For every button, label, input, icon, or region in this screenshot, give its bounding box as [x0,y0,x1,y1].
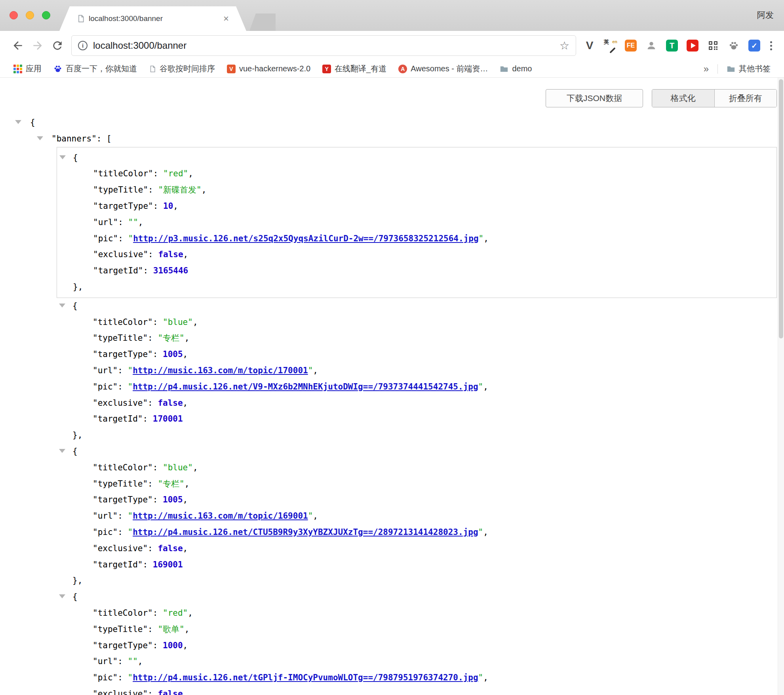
collapse-arrow-icon[interactable] [59,304,65,307]
bookmarks-overflow-chevron[interactable]: » [704,63,709,74]
download-json-button[interactable]: 下载JSON数据 [546,89,643,107]
json-url-link[interactable]: http://p4.music.126.net/tGPljf-IMOCyPvum… [133,673,478,682]
json-line: "banners": [ [0,131,784,147]
awesomes-icon: A [398,65,407,73]
forward-button[interactable] [28,36,48,55]
json-line: "targetType": 1005, [0,346,784,363]
bookmark-item-demo[interactable]: demo [500,64,532,73]
bookmark-label: 百度一下，你就知道 [66,63,137,74]
json-url-link[interactable]: http://p4.music.126.net/V9-MXz6b2MNhEKju… [133,382,478,391]
bookmark-item-youdao[interactable]: Y 在线翻译_有道 [322,63,386,74]
video-extension-icon[interactable] [687,40,698,52]
site-info-icon[interactable]: i [78,41,88,50]
browser-tab[interactable]: localhost:3000/banner × [59,6,246,31]
json-line: }, [0,573,784,589]
url-host: localhost:3000 [93,40,154,51]
json-line: "exclusive": false [0,686,784,695]
json-line: { [0,443,784,460]
paw-extension-icon[interactable] [727,39,740,52]
collapse-arrow-icon[interactable] [15,120,21,124]
bookmark-item-google-sort[interactable]: 谷歌按时间排序 [149,63,215,74]
minimize-window-button[interactable] [26,11,34,19]
collapse-arrow-icon[interactable] [59,594,65,598]
json-url-link[interactable]: http://p4.music.126.net/CTU5B9R9y3XyYBZX… [133,527,478,537]
zoom-window-button[interactable] [42,11,50,19]
qrcode-extension-icon[interactable] [707,39,719,52]
json-line: "titleColor": "red", [0,605,784,621]
bookmark-item-awesomes[interactable]: A Awesomes - 前端资… [398,63,488,74]
json-line: { [57,150,776,166]
json-line: "pic": "http://p4.music.126.net/CTU5B9R9… [0,524,784,540]
bookmark-item-apps[interactable]: 应用 [13,63,42,74]
json-url-link[interactable]: http://music.163.com/m/topic/169001 [133,511,308,521]
profile-name[interactable]: 阿发 [757,10,774,21]
json-line: "url": "", [57,214,776,231]
tab-close-icon[interactable]: × [223,14,229,23]
tampermonkey-extension-icon[interactable]: T [666,40,678,52]
baidu-paw-icon [53,65,62,73]
json-line: "exclusive": false, [0,395,784,411]
page-icon [149,65,156,73]
back-button[interactable] [8,36,28,55]
translate-cn-glyph: 英 [604,38,609,46]
vue-icon: V [227,65,236,73]
json-line: "pic": "http://p3.music.126.net/s25q2x5Q… [57,231,776,247]
new-tab-button[interactable] [249,13,276,31]
json-line: "url": "http://music.163.com/m/topic/169… [0,508,784,524]
json-line: "url": "", [0,653,784,670]
json-line: "typeTitle": "歌单", [0,621,784,638]
json-viewer-actions: 下载JSON数据 格式化 折叠所有 [546,89,777,107]
address-bar[interactable]: i localhost:3000/banner ☆ [71,35,576,56]
json-line: "exclusive": false, [57,246,776,263]
scrollbar-thumb[interactable] [779,79,783,338]
bookmark-star-icon[interactable]: ☆ [559,39,569,52]
pen-icon [609,47,616,53]
reload-button[interactable] [48,36,67,55]
bookmark-label: 应用 [26,63,42,74]
bookmarks-bar: 应用 百度一下，你就知道 谷歌按时间排序 V vue-hackernews-2.… [0,60,784,78]
json-line: "titleColor": "red", [57,166,776,182]
json-line: { [0,589,784,605]
collapse-arrow-icon[interactable] [59,155,66,159]
bookmark-label: 在线翻译_有道 [335,63,386,74]
collapse-arrow-icon[interactable] [59,449,65,453]
url-text[interactable]: localhost:3000/banner [93,40,186,51]
vue-devtools-icon[interactable]: V [583,39,596,52]
bookmark-item-vue-hackernews[interactable]: V vue-hackernews-2.0 [227,64,310,73]
json-line: "titleColor": "blue", [0,460,784,476]
browser-menu-button[interactable] [766,40,776,52]
bookmark-label: 其他书签 [739,63,771,74]
format-collapse-button-group: 格式化 折叠所有 [652,89,777,107]
json-url-link[interactable]: http://music.163.com/m/topic/170001 [133,366,308,375]
vertical-scrollbar[interactable] [778,78,784,695]
bookmark-item-baidu[interactable]: 百度一下，你就知道 [53,63,137,74]
close-window-button[interactable] [10,11,18,19]
json-line: "targetType": 1005, [0,492,784,508]
bookmark-label: 谷歌按时间排序 [160,63,215,74]
apps-grid-icon [13,65,22,73]
folder-icon [500,65,508,73]
json-line: "pic": "http://p4.music.126.net/V9-MXz6b… [0,379,784,395]
json-tree: {"banners": [{"titleColor": "red","typeT… [0,115,784,695]
format-button[interactable]: 格式化 [652,90,714,107]
json-line: "pic": "http://p4.music.126.net/tGPljf-I… [0,670,784,686]
toolbar: i localhost:3000/banner ☆ V 英 en FE T [0,31,784,60]
collapse-all-button[interactable]: 折叠所有 [714,90,777,107]
translate-en-glyph: en [612,39,617,44]
collapse-arrow-icon[interactable] [37,136,43,140]
json-url-link[interactable]: http://p3.music.126.net/s25q2x5QyqsAzilC… [133,234,478,243]
back-arrow-icon [11,39,24,52]
person-icon [646,40,657,51]
traffic-lights [10,11,50,19]
fe-extension-icon[interactable]: FE [625,40,637,52]
proxy-extension-icon[interactable] [645,39,658,52]
json-line: "exclusive": false, [0,540,784,557]
translate-extension-icon[interactable]: 英 en [604,39,617,52]
forward-arrow-icon [31,39,44,52]
url-path: /banner [154,40,186,51]
json-line: "targetType": 1000, [0,638,784,654]
extension-icons: V 英 en FE T [583,39,761,52]
bookmark-label: Awesomes - 前端资… [411,63,488,74]
security-extension-icon[interactable]: ✓ [748,40,760,52]
other-bookmarks-folder[interactable]: 其他书签 [727,63,771,74]
